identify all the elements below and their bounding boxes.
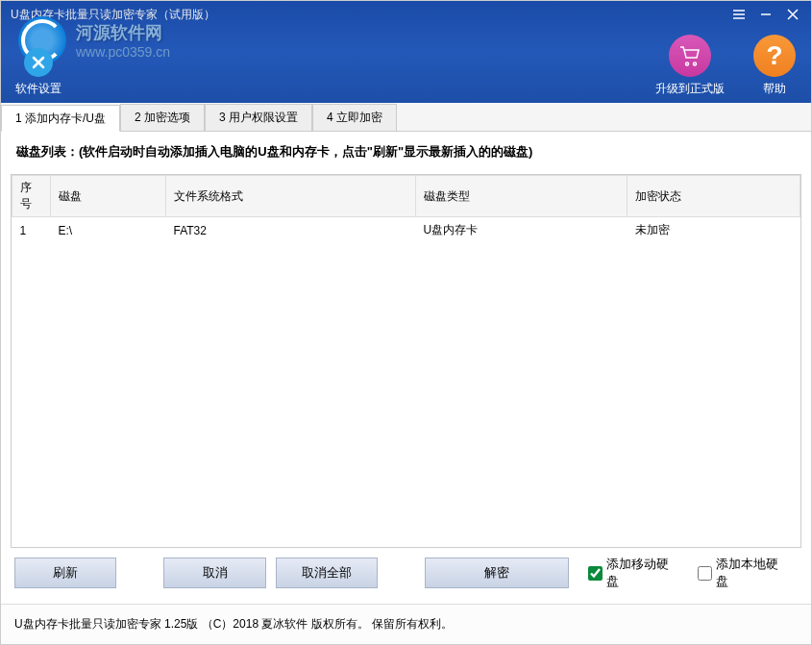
cell-encrypt-status: 未加密 bbox=[627, 217, 800, 244]
header-encrypt-status[interactable]: 加密状态 bbox=[627, 176, 800, 217]
tab-add-disk[interactable]: 1 添加内存卡/U盘 bbox=[1, 105, 120, 132]
disk-table-container: 序号 磁盘 文件系统格式 磁盘类型 加密状态 1 E:\ FAT32 U盘内存卡… bbox=[11, 174, 801, 548]
menu-icon[interactable] bbox=[730, 6, 748, 23]
minimize-icon[interactable] bbox=[757, 6, 775, 23]
checkbox-add-local-input[interactable] bbox=[698, 566, 711, 581]
checkbox-add-local-label: 添加本地硬盘 bbox=[716, 556, 788, 590]
settings-icon bbox=[24, 48, 53, 77]
upgrade-label: 升级到正式版 bbox=[655, 81, 725, 97]
header-disk[interactable]: 磁盘 bbox=[51, 176, 166, 217]
cart-icon bbox=[669, 35, 711, 77]
tab-encrypt-options[interactable]: 2 加密选项 bbox=[120, 104, 205, 131]
table-header-row: 序号 磁盘 文件系统格式 磁盘类型 加密状态 bbox=[12, 176, 800, 217]
question-icon: ? bbox=[753, 35, 796, 77]
watermark-site-name: 河源软件网 bbox=[76, 21, 170, 44]
main-window: U盘内存卡批量只读加密专家（试用版） 河源软件网 www.pc0359.cn bbox=[0, 0, 812, 645]
cell-filesystem: FAT32 bbox=[166, 217, 416, 244]
settings-button[interactable]: 软件设置 bbox=[15, 48, 62, 97]
watermark-text: 河源软件网 www.pc0359.cn bbox=[76, 21, 170, 60]
header-nav-right: 升级到正式版 ? 帮助 bbox=[655, 35, 796, 97]
checkbox-add-local[interactable]: 添加本地硬盘 bbox=[698, 556, 788, 590]
header-filesystem[interactable]: 文件系统格式 bbox=[166, 176, 416, 217]
disk-list-label: 磁盘列表：(软件启动时自动添加插入电脑的U盘和内存卡，点击"刷新"显示最新插入的… bbox=[11, 143, 801, 161]
window-controls bbox=[730, 6, 801, 23]
help-button[interactable]: ? 帮助 bbox=[753, 35, 796, 97]
cell-seq: 1 bbox=[12, 217, 51, 244]
table-row[interactable]: 1 E:\ FAT32 U盘内存卡 未加密 bbox=[12, 217, 800, 244]
checkbox-add-removable[interactable]: 添加移动硬盘 bbox=[588, 556, 678, 590]
checkbox-add-removable-input[interactable] bbox=[588, 566, 602, 581]
cancel-all-button[interactable]: 取消全部 bbox=[276, 558, 378, 588]
header-disk-type[interactable]: 磁盘类型 bbox=[416, 176, 627, 217]
action-bar: 刷新 取消 取消全部 解密 添加移动硬盘 添加本地硬盘 bbox=[11, 548, 801, 594]
copyright-text: U盘内存卡批量只读加密专家 1.25版 （C）2018 夏冰软件 版权所有。 保… bbox=[14, 617, 453, 631]
settings-label: 软件设置 bbox=[15, 81, 62, 97]
footer: U盘内存卡批量只读加密专家 1.25版 （C）2018 夏冰软件 版权所有。 保… bbox=[1, 604, 811, 644]
help-label: 帮助 bbox=[763, 81, 786, 97]
close-icon[interactable] bbox=[784, 6, 801, 23]
cancel-button[interactable]: 取消 bbox=[163, 558, 265, 588]
header: U盘内存卡批量只读加密专家（试用版） 河源软件网 www.pc0359.cn bbox=[1, 1, 811, 103]
upgrade-button[interactable]: 升级到正式版 bbox=[655, 35, 725, 97]
cell-disk-type: U盘内存卡 bbox=[416, 217, 627, 244]
tab-encrypt-now[interactable]: 4 立即加密 bbox=[312, 104, 397, 131]
disk-table: 序号 磁盘 文件系统格式 磁盘类型 加密状态 1 E:\ FAT32 U盘内存卡… bbox=[12, 175, 800, 243]
decrypt-button[interactable]: 解密 bbox=[425, 558, 569, 588]
tabs: 1 添加内存卡/U盘 2 加密选项 3 用户权限设置 4 立即加密 bbox=[1, 103, 811, 132]
tab-user-permissions[interactable]: 3 用户权限设置 bbox=[205, 104, 312, 131]
watermark-url: www.pc0359.cn bbox=[76, 44, 170, 60]
header-seq[interactable]: 序号 bbox=[12, 176, 51, 217]
content: 磁盘列表：(软件启动时自动添加插入电脑的U盘和内存卡，点击"刷新"显示最新插入的… bbox=[1, 132, 811, 604]
cell-disk: E:\ bbox=[51, 217, 166, 244]
refresh-button[interactable]: 刷新 bbox=[14, 558, 116, 588]
checkbox-add-removable-label: 添加移动硬盘 bbox=[606, 556, 678, 590]
